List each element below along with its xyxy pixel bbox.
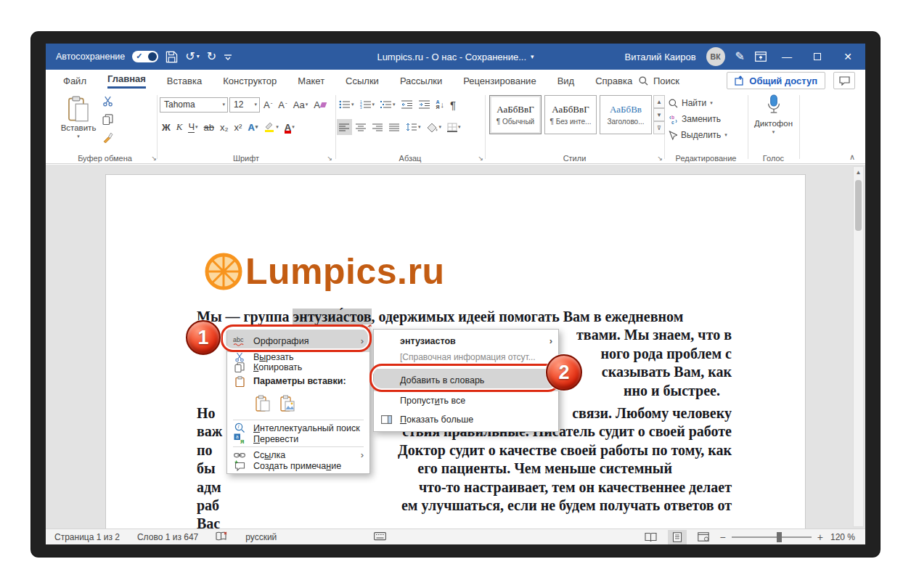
align-center-button[interactable]	[354, 119, 369, 135]
styles-more-icon[interactable]: ⊽	[653, 121, 665, 134]
superscript-button[interactable]: x²	[232, 119, 245, 135]
share-button[interactable]: Общий доступ	[727, 72, 825, 89]
show-marks-button[interactable]: ¶	[448, 97, 458, 113]
increase-indent-button[interactable]	[417, 97, 433, 113]
comments-button[interactable]	[833, 72, 855, 89]
styles-scroll-down-icon[interactable]: ▼	[653, 108, 665, 121]
line-spacing-button[interactable]: ▾	[404, 119, 423, 135]
redo-icon[interactable]: ↻	[207, 51, 216, 62]
tab-references[interactable]: Ссылки	[346, 75, 379, 86]
align-right-button[interactable]	[370, 119, 385, 135]
align-left-button[interactable]	[337, 119, 352, 135]
collapse-ribbon-icon[interactable]: ∧	[849, 152, 855, 162]
menu-item-smart-lookup[interactable]: i Интеллектуальный поиск	[227, 422, 369, 433]
ribbon-display-options-icon[interactable]	[755, 52, 767, 62]
clear-formatting-button[interactable]: А	[311, 97, 328, 113]
minimize-button[interactable]: —	[777, 52, 797, 62]
tab-help[interactable]: Справка	[595, 75, 632, 86]
grow-font-button[interactable]: Аˆ	[261, 97, 274, 113]
bold-button[interactable]: Ж	[160, 119, 173, 135]
find-button[interactable]: Найти▾	[669, 96, 713, 110]
cut-button[interactable]	[102, 96, 113, 110]
format-painter-button[interactable]	[102, 132, 113, 146]
menu-item-copy[interactable]: Копировать	[227, 362, 369, 372]
paste-dropdown-icon[interactable]: ▾	[77, 134, 80, 139]
underline-button[interactable]: Ч▾	[186, 119, 200, 135]
autosave-toggle[interactable]: ✓	[132, 51, 158, 62]
numbering-button[interactable]: 123▾	[358, 97, 377, 113]
style-normal[interactable]: АаБбВвГ ¶ Обычный	[489, 95, 542, 134]
submenu-item-add-to-dictionary[interactable]: Добавить в словарь	[374, 369, 558, 391]
styles-scroll-up-icon[interactable]: ▲	[653, 95, 665, 108]
user-name[interactable]: Виталий Каиров	[624, 52, 695, 62]
zoom-in-icon[interactable]: +	[817, 531, 823, 543]
search-box[interactable]: Поиск	[639, 75, 679, 86]
menu-item-cut[interactable]: Вырезать	[227, 352, 369, 362]
sort-button[interactable]: АЯ↓	[434, 97, 447, 113]
submenu-item-see-more[interactable]: Показать больше	[374, 410, 558, 429]
select-button[interactable]: Выделить▾	[669, 128, 727, 142]
bullets-button[interactable]: ▾	[337, 97, 356, 113]
paste-keep-formatting-button[interactable]	[253, 393, 272, 413]
tab-insert[interactable]: Вставка	[167, 75, 202, 86]
vertical-scrollbar[interactable]: ▲	[853, 166, 864, 527]
proofing-errors-icon[interactable]	[216, 531, 228, 543]
undo-icon[interactable]: ↺▾	[185, 51, 199, 62]
submenu-item-ignore-all[interactable]: Пропустить все	[374, 391, 558, 410]
style-heading1[interactable]: АаБбВв Заголово...	[600, 95, 652, 134]
qat-customize-icon[interactable]	[224, 52, 232, 61]
menu-item-translate[interactable]: ая Перевести	[227, 433, 369, 444]
print-layout-icon[interactable]	[668, 530, 687, 544]
tab-home[interactable]: Главная	[107, 73, 146, 89]
multilevel-list-button[interactable]: ▾	[378, 97, 398, 113]
font-color-button[interactable]: А▾	[282, 119, 297, 135]
shading-button[interactable]: ▾	[425, 119, 444, 135]
scrollbar-thumb[interactable]	[855, 180, 862, 231]
zoom-thumb[interactable]	[777, 532, 782, 542]
clipboard-dialog-launcher[interactable]: ↘	[151, 155, 157, 162]
read-mode-icon[interactable]	[642, 530, 661, 544]
justify-button[interactable]	[387, 119, 402, 135]
page-count[interactable]: Страница 1 из 2	[54, 532, 120, 542]
paragraph-dialog-launcher[interactable]: ↘	[478, 155, 483, 162]
replace-button[interactable]: bc Заменить	[669, 112, 721, 126]
highlight-button[interactable]: ▾	[261, 119, 281, 135]
strikethrough-button[interactable]: ab	[202, 119, 216, 135]
web-layout-icon[interactable]	[694, 530, 713, 544]
text-effects-button[interactable]: А▾	[245, 119, 260, 135]
tab-mailings[interactable]: Рассылки	[400, 75, 442, 86]
undo-dropdown-icon[interactable]: ▾	[197, 54, 200, 60]
paste-picture-button[interactable]	[278, 393, 297, 413]
zoom-slider[interactable]: − +	[720, 531, 823, 543]
word-count[interactable]: Слово 1 из 647	[137, 532, 198, 542]
font-name-combo[interactable]: Tahoma▾	[160, 97, 228, 113]
dictate-button[interactable]: Диктофон ▾	[749, 94, 798, 135]
scroll-up-icon[interactable]: ▲	[854, 167, 863, 176]
tab-file[interactable]: Файл	[63, 75, 86, 86]
change-case-button[interactable]: Аа▾	[291, 97, 311, 113]
misspelled-word[interactable]: энтузиа́стов	[293, 309, 371, 324]
tab-view[interactable]: Вид	[557, 75, 575, 86]
paste-button[interactable]: Вставить ▾	[59, 96, 98, 144]
subscript-button[interactable]: x₂	[218, 119, 231, 135]
submenu-item-suggestion[interactable]: энтузиастов ›	[374, 332, 558, 350]
zoom-out-icon[interactable]: −	[720, 531, 726, 543]
language-indicator[interactable]: русский	[245, 532, 277, 542]
save-icon[interactable]	[166, 51, 178, 63]
tab-review[interactable]: Рецензирование	[463, 75, 536, 86]
menu-item-new-comment[interactable]: Создать примечание	[227, 460, 369, 471]
decrease-indent-button[interactable]	[399, 97, 415, 113]
ink-pen-icon[interactable]: ✎	[735, 51, 745, 62]
avatar[interactable]: ВК	[706, 47, 725, 66]
italic-button[interactable]: К	[174, 119, 185, 135]
zoom-level[interactable]: 120 %	[830, 532, 855, 542]
keyboard-icon[interactable]	[374, 531, 386, 543]
tab-design[interactable]: Конструктор	[223, 75, 277, 86]
title-dropdown-icon[interactable]: ▾	[531, 53, 534, 60]
dictate-dropdown-icon[interactable]: ▾	[772, 129, 775, 135]
font-dialog-launcher[interactable]: ↘	[327, 155, 332, 162]
borders-button[interactable]: ▾	[445, 119, 463, 135]
shrink-font-button[interactable]: Аˇ	[276, 97, 289, 113]
close-button[interactable]: ✕	[838, 52, 858, 62]
copy-button[interactable]	[102, 114, 113, 128]
